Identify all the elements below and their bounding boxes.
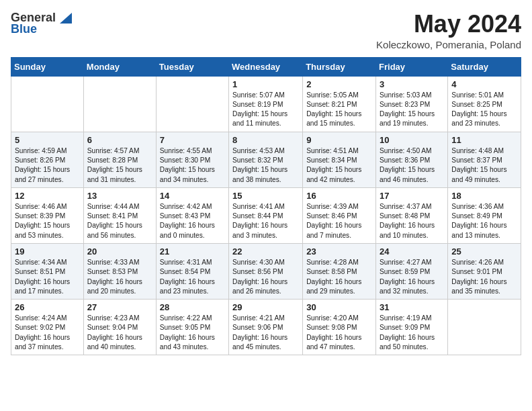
- day-number: 4: [451, 79, 517, 89]
- header-wednesday: Wednesday: [229, 57, 303, 76]
- day-number: 31: [380, 302, 444, 312]
- calendar-table: SundayMondayTuesdayWednesdayThursdayFrid…: [11, 57, 521, 356]
- header-thursday: Thursday: [303, 57, 376, 76]
- day-number: 23: [306, 246, 372, 257]
- calendar-cell: 21Sunrise: 4:31 AMSunset: 8:54 PMDayligh…: [156, 243, 228, 299]
- calendar-cell: 8Sunrise: 4:53 AMSunset: 8:32 PMDaylight…: [229, 132, 303, 187]
- svg-marker-0: [60, 13, 72, 24]
- calendar-cell: 28Sunrise: 4:22 AMSunset: 9:05 PMDayligh…: [156, 300, 228, 355]
- calendar-cell: 30Sunrise: 4:20 AMSunset: 9:08 PMDayligh…: [303, 300, 376, 355]
- calendar-cell: [83, 76, 156, 132]
- cell-content: Sunrise: 4:59 AMSunset: 8:26 PMDaylight:…: [15, 146, 80, 185]
- cell-content: Sunrise: 4:57 AMSunset: 8:28 PMDaylight:…: [87, 146, 152, 185]
- calendar-cell: 6Sunrise: 4:57 AMSunset: 8:28 PMDaylight…: [83, 132, 156, 187]
- calendar-cell: 11Sunrise: 4:48 AMSunset: 8:37 PMDayligh…: [448, 132, 521, 187]
- calendar-cell: 29Sunrise: 4:21 AMSunset: 9:06 PMDayligh…: [229, 300, 303, 355]
- cell-content: Sunrise: 5:07 AMSunset: 8:19 PMDaylight:…: [232, 91, 299, 129]
- cell-content: Sunrise: 4:41 AMSunset: 8:44 PMDaylight:…: [232, 202, 299, 240]
- header-saturday: Saturday: [448, 57, 521, 76]
- cell-content: Sunrise: 4:26 AMSunset: 9:01 PMDaylight:…: [451, 258, 517, 296]
- day-number: 9: [306, 135, 372, 145]
- day-number: 8: [232, 135, 299, 145]
- header-monday: Monday: [83, 57, 156, 76]
- calendar-cell: 15Sunrise: 4:41 AMSunset: 8:44 PMDayligh…: [229, 187, 303, 243]
- calendar-cell: 24Sunrise: 4:27 AMSunset: 8:59 PMDayligh…: [376, 243, 448, 299]
- day-number: 11: [451, 135, 517, 145]
- calendar-week-1: 1Sunrise: 5:07 AMSunset: 8:19 PMDaylight…: [11, 76, 521, 132]
- day-number: 27: [87, 302, 152, 312]
- day-number: 12: [15, 191, 80, 201]
- calendar-cell: 20Sunrise: 4:33 AMSunset: 8:53 PMDayligh…: [83, 243, 156, 299]
- header-friday: Friday: [376, 57, 448, 76]
- calendar-cell: [448, 300, 521, 355]
- calendar-cell: 31Sunrise: 4:19 AMSunset: 9:09 PMDayligh…: [376, 300, 448, 355]
- day-number: 2: [306, 79, 372, 89]
- cell-content: Sunrise: 4:23 AMSunset: 9:04 PMDaylight:…: [87, 314, 152, 352]
- calendar-cell: 16Sunrise: 4:39 AMSunset: 8:46 PMDayligh…: [303, 187, 376, 243]
- day-number: 10: [380, 135, 444, 145]
- cell-content: Sunrise: 4:42 AMSunset: 8:43 PMDaylight:…: [160, 202, 225, 240]
- calendar-cell: 7Sunrise: 4:55 AMSunset: 8:30 PMDaylight…: [156, 132, 228, 187]
- calendar-cell: 27Sunrise: 4:23 AMSunset: 9:04 PMDayligh…: [83, 300, 156, 355]
- cell-content: Sunrise: 4:24 AMSunset: 9:02 PMDaylight:…: [15, 314, 80, 352]
- location: Koleczkowo, Pomerania, Poland: [376, 39, 521, 50]
- calendar-cell: 23Sunrise: 4:28 AMSunset: 8:58 PMDayligh…: [303, 243, 376, 299]
- calendar-cell: 26Sunrise: 4:24 AMSunset: 9:02 PMDayligh…: [11, 300, 84, 355]
- calendar-week-3: 12Sunrise: 4:46 AMSunset: 8:39 PMDayligh…: [11, 187, 521, 243]
- page-header: General Blue May 2024 Koleczkowo, Pomera…: [11, 11, 521, 50]
- day-number: 14: [160, 191, 225, 201]
- day-number: 17: [380, 191, 444, 201]
- day-number: 15: [232, 191, 299, 201]
- header-tuesday: Tuesday: [156, 57, 228, 76]
- day-number: 16: [306, 191, 372, 201]
- calendar-cell: 18Sunrise: 4:36 AMSunset: 8:49 PMDayligh…: [448, 187, 521, 243]
- calendar-cell: 13Sunrise: 4:44 AMSunset: 8:41 PMDayligh…: [83, 187, 156, 243]
- cell-content: Sunrise: 4:28 AMSunset: 8:58 PMDaylight:…: [306, 258, 372, 296]
- cell-content: Sunrise: 4:44 AMSunset: 8:41 PMDaylight:…: [87, 202, 152, 240]
- logo-icon: [58, 11, 73, 25]
- cell-content: Sunrise: 4:19 AMSunset: 9:09 PMDaylight:…: [380, 314, 444, 352]
- calendar-cell: 2Sunrise: 5:05 AMSunset: 8:21 PMDaylight…: [303, 76, 376, 132]
- cell-content: Sunrise: 4:34 AMSunset: 8:51 PMDaylight:…: [15, 258, 80, 296]
- cell-content: Sunrise: 4:30 AMSunset: 8:56 PMDaylight:…: [232, 258, 299, 296]
- cell-content: Sunrise: 5:05 AMSunset: 8:21 PMDaylight:…: [306, 91, 372, 129]
- day-number: 19: [15, 246, 80, 257]
- cell-content: Sunrise: 5:03 AMSunset: 8:23 PMDaylight:…: [380, 91, 444, 129]
- cell-content: Sunrise: 4:21 AMSunset: 9:06 PMDaylight:…: [232, 314, 299, 352]
- cell-content: Sunrise: 4:20 AMSunset: 9:08 PMDaylight:…: [306, 314, 372, 352]
- calendar-week-2: 5Sunrise: 4:59 AMSunset: 8:26 PMDaylight…: [11, 132, 521, 187]
- header-sunday: Sunday: [11, 57, 84, 76]
- day-number: 5: [15, 135, 80, 145]
- day-number: 13: [87, 191, 152, 201]
- cell-content: Sunrise: 4:48 AMSunset: 8:37 PMDaylight:…: [451, 146, 517, 185]
- calendar-cell: 14Sunrise: 4:42 AMSunset: 8:43 PMDayligh…: [156, 187, 228, 243]
- cell-content: Sunrise: 4:39 AMSunset: 8:46 PMDaylight:…: [306, 202, 372, 240]
- logo: General Blue: [11, 11, 73, 36]
- title-block: May 2024 Koleczkowo, Pomerania, Poland: [376, 11, 521, 50]
- day-number: 30: [306, 302, 372, 312]
- calendar-cell: 4Sunrise: 5:01 AMSunset: 8:25 PMDaylight…: [448, 76, 521, 132]
- day-number: 20: [87, 246, 152, 257]
- cell-content: Sunrise: 4:37 AMSunset: 8:48 PMDaylight:…: [380, 202, 444, 240]
- day-number: 18: [451, 191, 517, 201]
- calendar-cell: 1Sunrise: 5:07 AMSunset: 8:19 PMDaylight…: [229, 76, 303, 132]
- day-number: 29: [232, 302, 299, 312]
- day-number: 3: [380, 79, 444, 89]
- cell-content: Sunrise: 5:01 AMSunset: 8:25 PMDaylight:…: [451, 91, 517, 129]
- cell-content: Sunrise: 4:31 AMSunset: 8:54 PMDaylight:…: [160, 258, 225, 296]
- calendar-cell: 10Sunrise: 4:50 AMSunset: 8:36 PMDayligh…: [376, 132, 448, 187]
- cell-content: Sunrise: 4:36 AMSunset: 8:49 PMDaylight:…: [451, 202, 517, 240]
- cell-content: Sunrise: 4:51 AMSunset: 8:34 PMDaylight:…: [306, 146, 372, 185]
- calendar-cell: 25Sunrise: 4:26 AMSunset: 9:01 PMDayligh…: [448, 243, 521, 299]
- calendar-cell: 5Sunrise: 4:59 AMSunset: 8:26 PMDaylight…: [11, 132, 84, 187]
- month-year: May 2024: [376, 11, 521, 38]
- calendar-week-4: 19Sunrise: 4:34 AMSunset: 8:51 PMDayligh…: [11, 243, 521, 299]
- calendar-cell: 12Sunrise: 4:46 AMSunset: 8:39 PMDayligh…: [11, 187, 84, 243]
- calendar-week-5: 26Sunrise: 4:24 AMSunset: 9:02 PMDayligh…: [11, 300, 521, 355]
- day-number: 7: [160, 135, 225, 145]
- calendar-cell: 17Sunrise: 4:37 AMSunset: 8:48 PMDayligh…: [376, 187, 448, 243]
- cell-content: Sunrise: 4:33 AMSunset: 8:53 PMDaylight:…: [87, 258, 152, 296]
- cell-content: Sunrise: 4:27 AMSunset: 8:59 PMDaylight:…: [380, 258, 444, 296]
- calendar-cell: 9Sunrise: 4:51 AMSunset: 8:34 PMDaylight…: [303, 132, 376, 187]
- calendar-cell: 3Sunrise: 5:03 AMSunset: 8:23 PMDaylight…: [376, 76, 448, 132]
